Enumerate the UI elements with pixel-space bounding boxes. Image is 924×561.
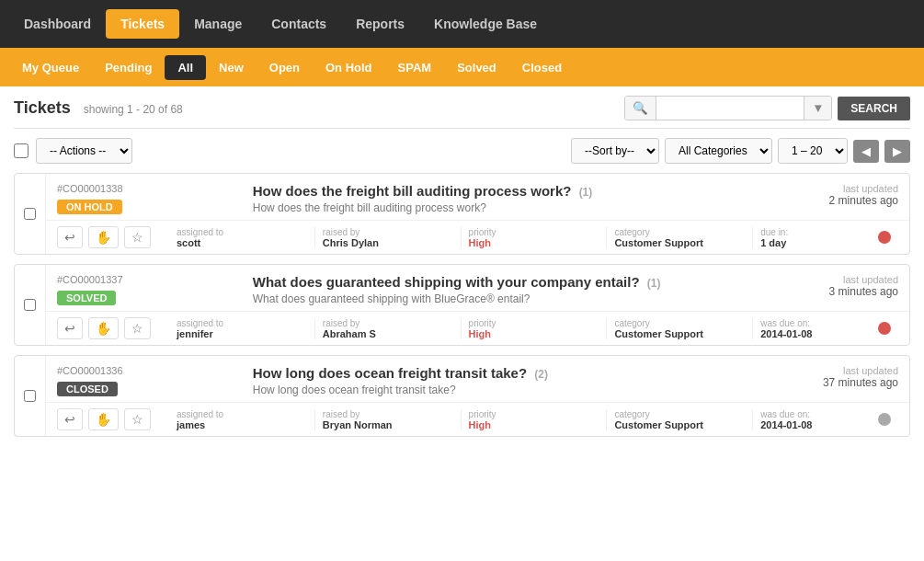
- ticket-checkbox[interactable]: [24, 208, 36, 220]
- select-all-checkbox[interactable]: [14, 143, 29, 158]
- category-value: Customer Support: [614, 419, 703, 430]
- ticket-title[interactable]: How long does ocean freight transit take…: [253, 365, 548, 381]
- meta-priority: priority High: [462, 409, 608, 430]
- assign-icon-button[interactable]: ✋: [88, 317, 119, 339]
- subnav-on-hold[interactable]: On Hold: [313, 55, 385, 80]
- assign-icon-button[interactable]: ✋: [88, 408, 119, 430]
- subnav-new[interactable]: New: [206, 55, 257, 80]
- assign-icon-button[interactable]: ✋: [88, 226, 119, 248]
- nav-contacts[interactable]: Contacts: [257, 9, 341, 39]
- ticket-status-badge: SOLVED: [57, 291, 116, 305]
- due-value: 1 day: [760, 237, 786, 248]
- ticket-action-icons: ↩ ✋ ☆: [57, 408, 151, 430]
- star-icon-button[interactable]: ☆: [124, 226, 151, 248]
- ticket-updated: last updated 3 minutes ago: [806, 274, 898, 298]
- ticket-top: #CO00001337 SOLVED What does guaranteed …: [46, 265, 909, 312]
- ticket-count: (1): [579, 186, 593, 199]
- reply-icon-button[interactable]: ↩: [57, 226, 83, 248]
- page-select[interactable]: 1 – 20: [778, 138, 848, 164]
- ticket-checkbox[interactable]: [24, 299, 36, 311]
- assigned-label: assigned to: [177, 227, 307, 237]
- ticket-id: #CO00001336: [57, 365, 242, 376]
- ticket-body: #CO00001337 SOLVED What does guaranteed …: [46, 265, 909, 345]
- star-icon-button[interactable]: ☆: [124, 317, 151, 339]
- search-filter-button[interactable]: ▼: [804, 97, 831, 120]
- meta-raised: raised by Chris Dylan: [315, 227, 462, 248]
- ticket-checkbox-col: [15, 174, 46, 254]
- last-updated-time: 2 minutes ago: [806, 194, 898, 207]
- subnav-spam[interactable]: SPAM: [385, 55, 445, 80]
- priority-label: priority: [469, 318, 599, 328]
- ticket-checkbox[interactable]: [24, 390, 36, 402]
- ticket-updated: last updated 2 minutes ago: [806, 183, 898, 207]
- category-label: category: [614, 318, 745, 328]
- assigned-label: assigned to: [177, 318, 307, 328]
- sort-select[interactable]: --Sort by--: [571, 138, 659, 164]
- next-page-button[interactable]: ▶: [884, 140, 910, 163]
- ticket-checkbox-col: [15, 356, 46, 436]
- search-button[interactable]: SEARCH: [838, 97, 910, 120]
- category-select[interactable]: All Categories: [665, 138, 772, 164]
- due-label: was due on:: [760, 409, 812, 419]
- star-icon-button[interactable]: ☆: [124, 408, 151, 430]
- subnav-solved[interactable]: Solved: [444, 55, 509, 80]
- last-updated-label: last updated: [806, 365, 898, 376]
- due-value: 2014-01-08: [760, 419, 812, 430]
- ticket-info-left: #CO00001337 SOLVED: [57, 274, 242, 305]
- ticket-subtitle: How long does ocean freight transit take…: [253, 384, 806, 396]
- prev-page-button[interactable]: ◀: [853, 140, 879, 163]
- ticket-body: #CO00001336 CLOSED How long does ocean f…: [46, 356, 909, 436]
- ticket-info-left: #CO00001338 ON HOLD: [57, 183, 242, 214]
- subnav-all[interactable]: All: [165, 55, 206, 80]
- nav-manage[interactable]: Manage: [179, 9, 257, 39]
- priority-value: High: [469, 419, 491, 430]
- ticket-id: #CO00001337: [57, 274, 242, 285]
- search-icon-button[interactable]: 🔍: [625, 97, 656, 120]
- toolbar-left: -- Actions --: [14, 138, 132, 164]
- reply-icon-button[interactable]: ↩: [57, 317, 83, 339]
- subnav-my-queue[interactable]: My Queue: [9, 55, 92, 80]
- content-area: Tickets showing 1 - 20 of 68 🔍 ▼ SEARCH …: [0, 86, 924, 561]
- category-value: Customer Support: [614, 237, 703, 248]
- nav-dashboard[interactable]: Dashboard: [9, 9, 106, 39]
- toolbar-right: --Sort by-- All Categories 1 – 20 ◀ ▶: [571, 138, 910, 164]
- top-navigation: Dashboard Tickets Manage Contacts Report…: [0, 0, 924, 48]
- reply-icon-button[interactable]: ↩: [57, 408, 83, 430]
- tickets-header: Tickets showing 1 - 20 of 68 🔍 ▼ SEARCH: [14, 96, 910, 129]
- meta-assigned: assigned to james: [169, 409, 315, 430]
- ticket-bottom: ↩ ✋ ☆ assigned to jennifer raised by Abr…: [46, 312, 909, 345]
- meta-assigned: assigned to jennifer: [169, 318, 315, 339]
- raised-label: raised by: [323, 409, 453, 419]
- raised-value: Abraham S: [323, 328, 376, 339]
- toolbar-row: -- Actions -- --Sort by-- All Categories…: [14, 138, 910, 164]
- ticket-title[interactable]: How does the freight bill auditing proce…: [253, 183, 593, 199]
- subnav-pending[interactable]: Pending: [92, 55, 165, 80]
- ticket-card: #CO00001338 ON HOLD How does the freight…: [14, 173, 910, 255]
- due-indicator: [878, 231, 891, 244]
- ticket-card: #CO00001336 CLOSED How long does ocean f…: [14, 355, 910, 437]
- nav-knowledge-base[interactable]: Knowledge Base: [419, 9, 552, 39]
- actions-select[interactable]: -- Actions --: [36, 138, 132, 164]
- ticket-title-area: How does the freight bill auditing proce…: [242, 183, 806, 214]
- meta-priority: priority High: [462, 318, 608, 339]
- sub-navigation: My Queue Pending All New Open On Hold SP…: [0, 48, 924, 86]
- raised-value: Chris Dylan: [323, 237, 379, 248]
- subnav-closed[interactable]: Closed: [509, 55, 575, 80]
- due-indicator: [878, 322, 891, 335]
- priority-value: High: [469, 328, 491, 339]
- ticket-title[interactable]: What does guaranteed shipping with your …: [253, 274, 661, 290]
- page-title: Tickets: [14, 98, 71, 118]
- ticket-title-area: How long does ocean freight transit take…: [242, 365, 806, 396]
- subnav-open[interactable]: Open: [257, 55, 313, 80]
- ticket-action-icons: ↩ ✋ ☆: [57, 317, 151, 339]
- meta-category: category Customer Support: [607, 318, 753, 339]
- meta-category: category Customer Support: [607, 409, 753, 430]
- nav-reports[interactable]: Reports: [341, 9, 419, 39]
- search-input[interactable]: [656, 97, 804, 120]
- category-label: category: [614, 409, 745, 419]
- last-updated-label: last updated: [806, 183, 898, 194]
- nav-tickets[interactable]: Tickets: [106, 9, 179, 39]
- assigned-value: jennifer: [177, 328, 213, 339]
- priority-label: priority: [469, 227, 599, 237]
- due-indicator: [878, 413, 891, 426]
